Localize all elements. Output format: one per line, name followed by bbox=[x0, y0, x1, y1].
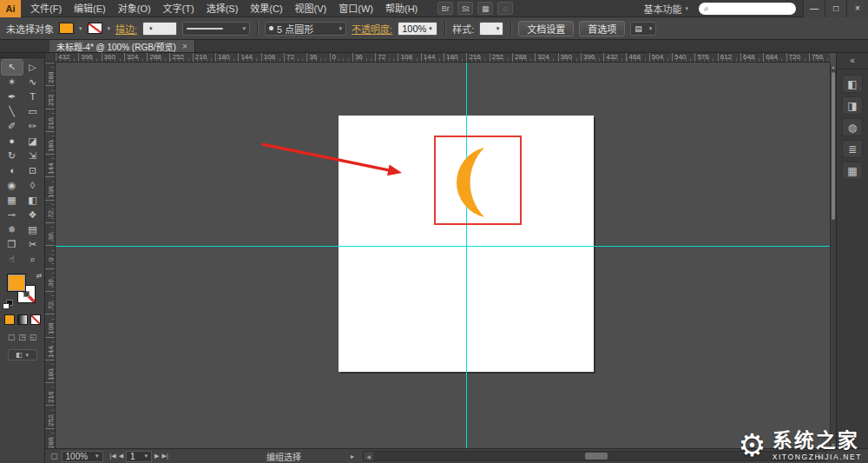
horizontal-ruler[interactable]: 4323963603242882522161801441087236036721… bbox=[56, 53, 830, 63]
color-guide-panel-icon[interactable]: ◨ bbox=[842, 96, 863, 115]
expand-panels-button[interactable]: « bbox=[837, 53, 868, 69]
free-transform-tool[interactable]: ⊡ bbox=[23, 163, 43, 178]
document-setup-button[interactable]: 文档设置 bbox=[518, 21, 574, 36]
zoom-tool[interactable]: ⌕ bbox=[23, 252, 43, 267]
first-artboard-button[interactable]: |◀ bbox=[110, 453, 116, 460]
menu-item[interactable]: 窗口(W) bbox=[332, 0, 379, 17]
appearance-panel-icon[interactable]: ◍ bbox=[842, 118, 863, 136]
stroke-color-swatch[interactable] bbox=[88, 23, 102, 34]
menu-item[interactable]: 效果(C) bbox=[244, 0, 288, 17]
mesh-tool[interactable]: ▦ bbox=[2, 193, 23, 208]
close-tab-icon[interactable]: × bbox=[182, 42, 187, 51]
menu-item[interactable]: 视图(V) bbox=[289, 0, 333, 17]
previous-artboard-button[interactable]: ◀ bbox=[119, 453, 123, 460]
next-artboard-button[interactable]: ▶ bbox=[155, 453, 159, 460]
fill-caret-icon[interactable]: ▾ bbox=[79, 25, 82, 32]
ruler-label: 324 bbox=[127, 53, 138, 62]
vertical-guide[interactable] bbox=[466, 63, 467, 448]
vertical-scroll-thumb[interactable] bbox=[832, 72, 835, 220]
swap-fill-stroke-icon[interactable]: ⇄ bbox=[36, 272, 43, 280]
restore-button[interactable]: □ bbox=[825, 0, 846, 17]
brush-definition-dropdown[interactable]: 5 点圆形 ▾ bbox=[265, 22, 346, 36]
pencil-tool[interactable]: ✏ bbox=[23, 119, 43, 134]
last-artboard-button[interactable]: ▶| bbox=[162, 453, 168, 460]
eraser-tool[interactable]: ◪ bbox=[23, 134, 43, 149]
selection-tool[interactable]: ↖ bbox=[2, 60, 23, 75]
layers-panel-icon[interactable]: ≣ bbox=[842, 140, 863, 158]
pen-tool[interactable]: ✒ bbox=[2, 89, 23, 104]
zoom-dropdown[interactable]: 100% ▾ bbox=[62, 451, 103, 462]
blob-brush-tool[interactable]: ● bbox=[2, 134, 23, 149]
search-input[interactable] bbox=[713, 3, 791, 13]
direct-selection-tool[interactable]: ▷ bbox=[23, 60, 43, 75]
drawing-mode-icon[interactable]: ◳ bbox=[18, 333, 26, 341]
canvas-area[interactable] bbox=[56, 63, 830, 448]
menu-item[interactable]: 选择(S) bbox=[201, 0, 245, 17]
color-button[interactable] bbox=[4, 314, 15, 325]
rectangle-tool[interactable]: ▭ bbox=[23, 104, 43, 119]
type-tool[interactable]: T bbox=[23, 89, 43, 104]
style-dropdown[interactable]: ▾ bbox=[479, 22, 503, 36]
none-button[interactable] bbox=[30, 314, 41, 325]
stroke-panel-link[interactable]: 描边: bbox=[115, 22, 137, 36]
fill-color-swatch[interactable] bbox=[59, 23, 74, 34]
crescent-shape[interactable] bbox=[453, 144, 498, 221]
shape-builder-tool[interactable]: ◉ bbox=[2, 178, 23, 193]
ruler-origin-corner[interactable] bbox=[45, 53, 56, 63]
magic-wand-tool[interactable]: ✶ bbox=[2, 75, 23, 89]
fill-swatch[interactable] bbox=[7, 274, 26, 292]
opacity-panel-link[interactable]: 不透明度: bbox=[352, 22, 392, 36]
gradient-tool[interactable]: ◧ bbox=[23, 193, 43, 208]
lasso-tool[interactable]: ∿ bbox=[23, 75, 43, 89]
bridge-icon[interactable]: Br bbox=[437, 2, 453, 15]
eyedropper-tool[interactable]: ⊸ bbox=[2, 208, 23, 222]
screen-mode-button[interactable]: ◧ ▾ bbox=[8, 349, 37, 360]
blend-tool[interactable]: ❖ bbox=[23, 208, 43, 222]
color-panel-icon[interactable]: ◧ bbox=[842, 75, 863, 93]
swatches-panel-icon[interactable]: ▦ bbox=[842, 162, 863, 180]
scroll-left-icon[interactable]: ◀ bbox=[364, 452, 373, 460]
paintbrush-tool[interactable]: ✐ bbox=[2, 119, 23, 134]
menu-item[interactable]: 帮助(H) bbox=[379, 0, 424, 17]
app-logo-icon[interactable]: Ai bbox=[0, 0, 21, 17]
default-fill-stroke-icon[interactable] bbox=[3, 300, 13, 308]
stock-icon[interactable]: St bbox=[457, 2, 473, 15]
horizontal-guide[interactable] bbox=[56, 246, 830, 247]
stroke-caret-icon[interactable]: ▾ bbox=[108, 25, 111, 32]
menu-item[interactable]: 文字(T) bbox=[157, 0, 201, 17]
stroke-profile-dropdown[interactable]: ▾ bbox=[182, 22, 250, 36]
cs-live-icon[interactable]: ◌ bbox=[497, 2, 513, 15]
scale-tool[interactable]: ⇲ bbox=[23, 149, 43, 163]
horizontal-scroll-thumb[interactable] bbox=[585, 453, 608, 460]
crescent-path[interactable] bbox=[457, 148, 484, 217]
slice-tool[interactable]: ✂ bbox=[23, 237, 43, 252]
close-button[interactable]: × bbox=[846, 0, 868, 17]
menu-item[interactable]: 编辑(E) bbox=[68, 0, 112, 17]
width-tool[interactable]: ◖ bbox=[2, 163, 23, 178]
align-options-dropdown[interactable]: ▤ ▾ bbox=[630, 22, 656, 36]
preferences-button[interactable]: 首选项 bbox=[579, 21, 625, 36]
opacity-field[interactable]: 100% ▾ bbox=[398, 22, 437, 36]
hand-tool[interactable]: ☝ bbox=[2, 252, 23, 267]
search-box[interactable]: ⌕ bbox=[699, 3, 796, 15]
menu-item[interactable]: 对象(O) bbox=[112, 0, 157, 17]
line-segment-tool[interactable]: ╲ bbox=[2, 104, 23, 119]
minimize-button[interactable]: — bbox=[803, 0, 825, 17]
drawing-mode-icon[interactable]: ◱ bbox=[30, 333, 37, 341]
vertical-ruler[interactable]: 2882522161801441087236036721081441802162… bbox=[45, 63, 56, 448]
column-graph-tool[interactable]: ▤ bbox=[23, 222, 43, 237]
drawing-mode-icon[interactable]: ▢ bbox=[8, 333, 16, 341]
status-caret-icon[interactable]: ▸ bbox=[351, 453, 354, 460]
stroke-weight-field[interactable]: ▾ bbox=[142, 22, 177, 36]
arrange-documents-icon[interactable]: ▦ bbox=[477, 2, 493, 15]
artboard-tool[interactable]: ❐ bbox=[2, 237, 23, 252]
artboard-number-field[interactable]: 1 ▾ bbox=[126, 451, 152, 462]
symbol-sprayer-tool[interactable]: ✵ bbox=[2, 222, 23, 237]
perspective-grid-tool[interactable]: ◊ bbox=[23, 178, 43, 193]
gradient-button[interactable] bbox=[17, 314, 28, 325]
document-tab[interactable]: 未标题-4* @ 100% (RGB/预览) × bbox=[49, 40, 195, 52]
menu-item[interactable]: 文件(F) bbox=[24, 0, 68, 17]
workspace-switcher[interactable]: 基本功能 ▾ bbox=[640, 2, 692, 16]
vertical-scrollbar[interactable]: ▲ ▼ bbox=[830, 63, 836, 448]
rotate-tool[interactable]: ↻ bbox=[2, 149, 23, 163]
